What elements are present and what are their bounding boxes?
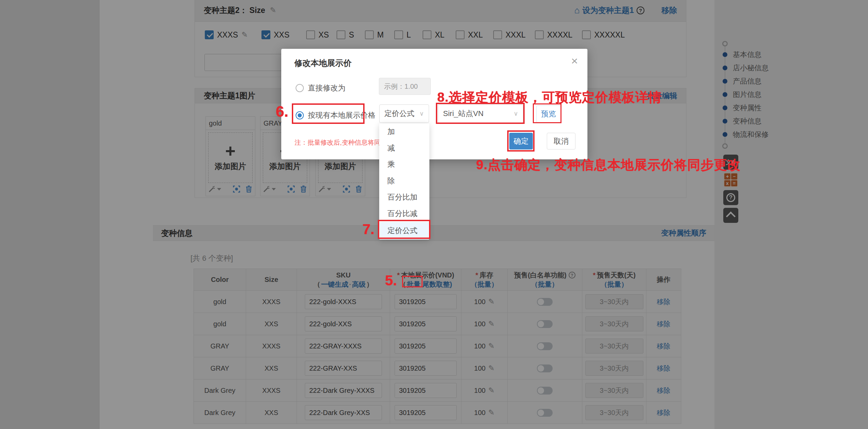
annotation-box-formula-item bbox=[378, 220, 430, 239]
dropdown-option-add[interactable]: 加 bbox=[379, 124, 429, 140]
radio-direct-label: 直接修改为 bbox=[308, 83, 345, 93]
annotation-step-7: 7. bbox=[362, 221, 374, 238]
close-icon[interactable]: × bbox=[571, 55, 578, 67]
annotation-box-radio bbox=[292, 103, 365, 124]
annotation-step-9: 9.点击确定，变种信息本地展示价将同步更改 bbox=[476, 156, 741, 174]
modal-title: 修改本地展示价 bbox=[294, 58, 352, 69]
dropdown-option-subtract[interactable]: 减 bbox=[379, 140, 429, 156]
dropdown-option-percent-subtract[interactable]: 百分比减 bbox=[379, 205, 429, 222]
dropdown-option-percent-add[interactable]: 百分比加 bbox=[379, 189, 429, 205]
annotation-step-6: 6. bbox=[276, 103, 288, 120]
annotation-box-preview bbox=[533, 103, 561, 123]
cancel-button[interactable]: 取消 bbox=[547, 133, 575, 149]
radio-direct-modify[interactable] bbox=[296, 84, 304, 92]
annotation-box-batch bbox=[402, 276, 423, 287]
dropdown-option-divide[interactable]: 除 bbox=[379, 173, 429, 189]
modal-note: 注：批量修改后,变种信息将同 bbox=[295, 138, 381, 147]
annotation-step-8: 8.选择定价模板，可预览定价模板详情 bbox=[437, 89, 662, 106]
annotation-step-5: 5. bbox=[385, 272, 397, 289]
page: 变种主题2： Size ✎ ⌂ 设为变种主题1 ? 移除 XXXS ✎ XXS … bbox=[0, 0, 868, 429]
dropdown-option-multiply[interactable]: 乘 bbox=[379, 156, 429, 173]
chevron-down-icon: ∨ bbox=[419, 110, 424, 117]
example-price-input[interactable]: 示例：1.00 bbox=[379, 78, 431, 95]
formula-select[interactable]: 定价公式 ∨ bbox=[379, 104, 429, 123]
annotation-box-confirm bbox=[507, 130, 535, 152]
